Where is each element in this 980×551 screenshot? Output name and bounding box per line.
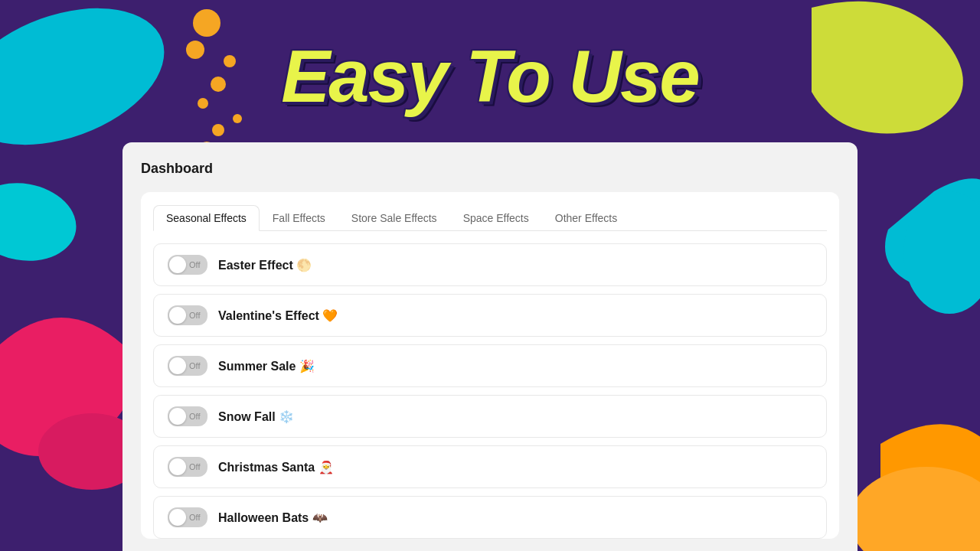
effect-row-easter: Off Easter Effect 🌕 (153, 243, 827, 286)
toggle-snowfall[interactable]: Off (168, 406, 207, 426)
tab-space-effects[interactable]: Space Effects (450, 205, 542, 231)
toggle-easter[interactable]: Off (168, 255, 207, 275)
main-title: Easy To Use (281, 34, 698, 119)
toggle-halloween[interactable]: Off (168, 507, 207, 527)
toggle-label-christmas: Off (189, 462, 200, 471)
toggle-label-halloween: Off (189, 513, 200, 522)
toggle-label-easter: Off (189, 260, 200, 269)
svg-point-4 (850, 467, 980, 551)
toggle-summer[interactable]: Off (168, 356, 207, 376)
effect-row-halloween: Off Halloween Bats 🦇 (153, 496, 827, 539)
toggle-knob-valentine (169, 307, 186, 324)
toggle-label-valentine: Off (189, 311, 200, 320)
header-area: Easy To Use (0, 0, 980, 153)
toggle-christmas[interactable]: Off (168, 457, 207, 477)
effect-name-easter: Easter Effect 🌕 (218, 258, 312, 272)
effect-name-snowfall: Snow Fall ❄️ (218, 409, 294, 424)
toggle-knob-summer (169, 357, 186, 374)
svg-point-1 (0, 175, 83, 269)
effect-name-summer: Summer Sale 🎉 (218, 359, 315, 373)
toggle-knob-christmas (169, 458, 186, 475)
tabs-container: Seasonal Effects Fall Effects Store Sale… (141, 192, 839, 539)
effect-name-christmas: Christmas Santa 🎅 (218, 460, 334, 474)
tab-other-effects[interactable]: Other Effects (542, 205, 630, 231)
dashboard-title: Dashboard (141, 161, 839, 177)
toggle-knob-halloween (169, 509, 186, 526)
tabs-row: Seasonal Effects Fall Effects Store Sale… (153, 204, 827, 231)
tab-seasonal-effects[interactable]: Seasonal Effects (153, 205, 260, 231)
effect-row-valentine: Off Valentine's Effect 🧡 (153, 294, 827, 337)
toggle-label-summer: Off (189, 361, 200, 370)
effect-name-valentine: Valentine's Effect 🧡 (218, 308, 338, 323)
effect-name-halloween: Halloween Bats 🦇 (218, 510, 328, 525)
effect-row-snowfall: Off Snow Fall ❄️ (153, 395, 827, 438)
toggle-label-snowfall: Off (189, 412, 200, 421)
dashboard-panel: Dashboard Seasonal Effects Fall Effects … (122, 142, 858, 551)
toggle-valentine[interactable]: Off (168, 305, 207, 325)
tab-fall-effects[interactable]: Fall Effects (260, 205, 338, 231)
effect-row-summer: Off Summer Sale 🎉 (153, 344, 827, 387)
toggle-knob-easter (169, 256, 186, 273)
tab-store-sale-effects[interactable]: Store Sale Effects (338, 205, 450, 231)
effect-row-christmas: Off Christmas Santa 🎅 (153, 445, 827, 488)
toggle-knob-snowfall (169, 408, 186, 425)
